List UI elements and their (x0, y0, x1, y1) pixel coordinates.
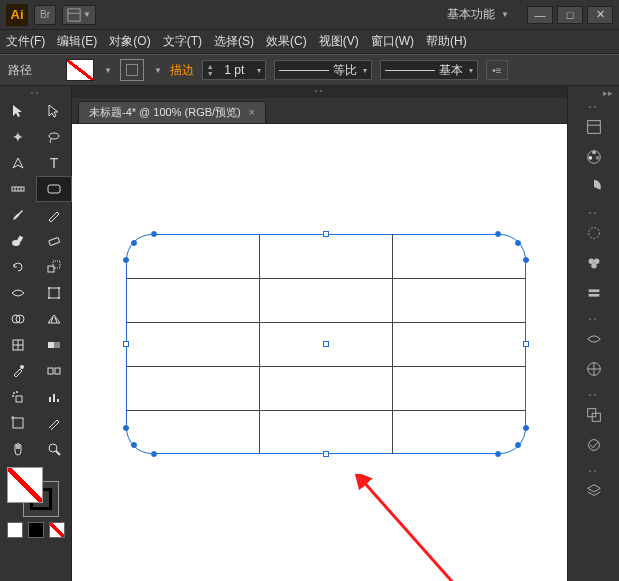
stepper-up-icon[interactable]: ▲ (207, 63, 214, 70)
corner-anchor-icon[interactable] (495, 231, 501, 237)
collapse-panels-icon[interactable]: ▸▸ (568, 86, 619, 100)
maximize-button[interactable]: □ (557, 6, 583, 24)
color-guide-panel-icon[interactable] (580, 174, 608, 200)
color-mode-gradient[interactable] (28, 522, 44, 538)
paintbrush-tool[interactable] (0, 202, 36, 228)
stroke-panel-icon[interactable] (580, 326, 608, 352)
rotate-tool[interactable] (0, 254, 36, 280)
lasso-tool[interactable] (36, 124, 72, 150)
blend-tool[interactable] (36, 358, 72, 384)
gradient-tool[interactable] (36, 332, 72, 358)
properties-panel-icon[interactable] (580, 114, 608, 140)
column-graph-tool[interactable] (36, 384, 72, 410)
mesh-tool[interactable] (0, 332, 36, 358)
chevron-down-icon[interactable]: ▼ (104, 66, 112, 75)
zoom-tool[interactable] (36, 436, 72, 462)
anchor-point-icon[interactable] (523, 341, 529, 347)
magic-wand-tool[interactable]: ✦ (0, 124, 36, 150)
arrange-docs-button[interactable]: ▼ (62, 5, 96, 25)
stepper-down-icon[interactable]: ▼ (207, 70, 214, 77)
chevron-down-icon[interactable]: ▾ (257, 66, 261, 75)
perspective-grid-tool[interactable] (36, 306, 72, 332)
stroke-label[interactable]: 描边 (170, 62, 194, 79)
symbols-panel-icon[interactable] (580, 280, 608, 306)
corner-anchor-icon[interactable] (523, 257, 529, 263)
rounded-rectangle-tool[interactable] (36, 176, 72, 202)
control-more-button[interactable]: •≡ (486, 60, 508, 80)
swatches-panel-icon[interactable] (580, 220, 608, 246)
canvas[interactable] (72, 124, 567, 581)
corner-anchor-icon[interactable] (515, 240, 521, 246)
selected-rounded-rectangle-grid[interactable] (126, 234, 526, 454)
menu-select[interactable]: 选择(S) (214, 33, 254, 50)
panel-grip-icon[interactable]: •• (568, 388, 619, 400)
corner-anchor-icon[interactable] (151, 451, 157, 457)
corner-anchor-icon[interactable] (131, 240, 137, 246)
brushes-panel-icon[interactable] (580, 250, 608, 276)
anchor-point-icon[interactable] (123, 341, 129, 347)
fill-stroke-color[interactable] (0, 464, 71, 520)
anchor-point-icon[interactable] (323, 451, 329, 457)
chevron-down-icon[interactable]: ▼ (154, 66, 162, 75)
shape-builder-tool[interactable] (0, 306, 36, 332)
menu-window[interactable]: 窗口(W) (371, 33, 414, 50)
panel-grip-icon[interactable]: •• (72, 86, 567, 98)
slice-tool[interactable] (36, 410, 72, 436)
menu-view[interactable]: 视图(V) (319, 33, 359, 50)
workspace-label[interactable]: 基本功能 (447, 6, 499, 23)
stroke-swatch[interactable] (120, 59, 144, 81)
color-mode-none[interactable] (49, 522, 65, 538)
selection-tool[interactable] (0, 98, 36, 124)
transparency-panel-icon[interactable] (580, 402, 608, 428)
direct-selection-tool[interactable] (36, 98, 72, 124)
chevron-down-icon[interactable]: ▼ (501, 10, 509, 19)
scale-tool[interactable] (36, 254, 72, 280)
document-tab[interactable]: 未标题-4* @ 100% (RGB/预览) × (78, 101, 266, 123)
anchor-point-icon[interactable] (323, 231, 329, 237)
width-profile-select[interactable]: 等比 ▾ (274, 60, 372, 80)
stroke-weight-field[interactable]: ▲▼ 1 pt ▾ (202, 60, 266, 80)
fill-swatch[interactable] (66, 59, 94, 81)
artboard-tool[interactable] (0, 410, 36, 436)
hand-tool[interactable] (0, 436, 36, 462)
gradient-panel-icon[interactable] (580, 356, 608, 382)
tab-close-icon[interactable]: × (249, 107, 255, 118)
menu-object[interactable]: 对象(O) (109, 33, 150, 50)
eraser-tool[interactable] (36, 228, 72, 254)
panel-grip-icon[interactable]: •• (0, 86, 71, 98)
corner-anchor-icon[interactable] (123, 257, 129, 263)
width-tool[interactable] (0, 280, 36, 306)
pencil-tool[interactable] (36, 202, 72, 228)
pen-tool[interactable] (0, 150, 36, 176)
corner-anchor-icon[interactable] (523, 425, 529, 431)
panel-grip-icon[interactable]: •• (568, 100, 619, 112)
corner-anchor-icon[interactable] (123, 425, 129, 431)
blob-brush-tool[interactable] (0, 228, 36, 254)
line-segment-tool[interactable] (0, 176, 36, 202)
type-tool[interactable]: T (36, 150, 72, 176)
minimize-button[interactable]: — (527, 6, 553, 24)
corner-anchor-icon[interactable] (495, 451, 501, 457)
corner-anchor-icon[interactable] (515, 442, 521, 448)
symbol-sprayer-tool[interactable] (0, 384, 36, 410)
menu-type[interactable]: 文字(T) (163, 33, 202, 50)
panel-grip-icon[interactable]: •• (568, 312, 619, 324)
layers-panel-icon[interactable] (580, 478, 608, 504)
panel-grip-icon[interactable]: •• (568, 464, 619, 476)
bridge-button[interactable]: Br (34, 5, 56, 25)
color-panel-icon[interactable] (580, 144, 608, 170)
corner-anchor-icon[interactable] (131, 442, 137, 448)
menu-file[interactable]: 文件(F) (6, 33, 45, 50)
menu-effect[interactable]: 效果(C) (266, 33, 307, 50)
appearance-panel-icon[interactable] (580, 432, 608, 458)
menu-edit[interactable]: 编辑(E) (57, 33, 97, 50)
color-mode-solid[interactable] (7, 522, 23, 538)
corner-anchor-icon[interactable] (151, 231, 157, 237)
menu-help[interactable]: 帮助(H) (426, 33, 467, 50)
panel-grip-icon[interactable]: •• (568, 206, 619, 218)
eyedropper-tool[interactable] (0, 358, 36, 384)
brush-select[interactable]: 基本 ▾ (380, 60, 478, 80)
free-transform-tool[interactable] (36, 280, 72, 306)
fill-color-icon[interactable] (8, 468, 42, 502)
close-button[interactable]: ✕ (587, 6, 613, 24)
